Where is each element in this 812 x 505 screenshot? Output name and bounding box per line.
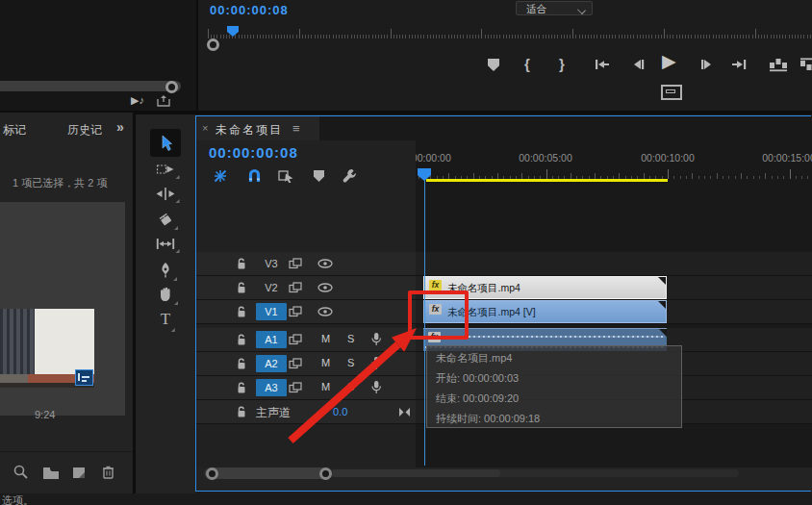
razor-tool[interactable] [158,213,173,227]
safe-margins-icon[interactable] [661,85,682,100]
eye-icon[interactable] [317,259,333,268]
lock-open-icon[interactable] [237,258,246,270]
eye-icon[interactable] [317,307,333,316]
panel-menu-icon[interactable]: ≡ [292,121,300,136]
render-bar-yellow [426,179,668,182]
trash-icon[interactable] [102,465,114,479]
panel-divider[interactable] [196,0,198,113]
tab-history[interactable]: 历史记 [67,122,102,139]
timeline-settings-wrench-icon[interactable] [342,167,358,184]
divider [0,451,133,452]
zoom-level-select[interactable]: 适合 [516,1,593,15]
zoom-handle-left[interactable] [206,467,218,480]
go-to-out-button[interactable] [731,59,747,70]
timeline-timecode[interactable]: 00:00:00:08 [209,144,298,161]
timeline-hscroll-extension[interactable] [332,469,500,477]
ruler-label: 00:00:05:00 [519,152,571,164]
tooltip-duration: 持续时间: 00:00:09:18 [436,409,672,429]
ruler-label: 00:00:00:00 [416,152,451,164]
project-panel: 标记 历史记 » 1 项已选择，共 2 项 9:24 [0,113,133,493]
search-icon[interactable] [13,465,28,479]
mark-in-button[interactable]: { [524,57,530,71]
status-text: 选项。 [2,494,34,505]
selection-arrow-icon [159,135,173,152]
lock-open-icon[interactable] [237,406,246,418]
selection-status: 1 项已选择，共 2 项 [13,176,107,190]
lock-open-icon[interactable] [237,358,246,370]
ripple-edit-tool[interactable] [157,188,175,200]
source-monitor-area: ▶♪ [0,0,196,113]
lock-open-icon[interactable] [237,282,246,294]
ruler-label: 00:00:15:00 [762,152,812,164]
track-target-v3[interactable]: V3 [256,255,287,272]
status-bar: 选项。 [0,493,812,505]
eye-icon[interactable] [317,283,333,292]
program-scroll-handle[interactable] [207,38,219,51]
lock-open-icon[interactable] [237,334,246,346]
timeline-hscroll-thumb[interactable] [205,467,332,479]
tooltip-start: 开始: 00:00:00:03 [436,368,672,389]
play-button[interactable]: ▶ [662,54,676,68]
tabs-overflow-icon[interactable]: » [116,119,124,135]
go-to-in-button[interactable] [595,59,610,70]
lock-open-icon[interactable] [237,306,246,318]
tooltip-title: 未命名项目.mp4 [436,348,672,368]
new-bin-folder-icon[interactable] [42,467,60,479]
program-timecode[interactable]: 00:00:00:08 [210,3,289,17]
premiere-pro-window: ▶♪ 00:00:00:08 适合 { } ▶ [0,0,812,505]
snap-magnet-icon[interactable] [246,167,263,184]
annotation-arrow [269,317,433,452]
lift-button[interactable] [769,58,788,72]
extract-button[interactable] [799,58,812,72]
insert-as-nest-icon[interactable] [213,168,228,184]
step-back-button[interactable] [632,59,645,70]
linked-selection-icon[interactable] [278,169,294,184]
tab-markers[interactable]: 标记 [3,122,26,139]
track-content-v3[interactable] [416,252,812,276]
ruler-label: 00:00:10:00 [641,152,694,164]
add-marker-button[interactable] [488,59,499,71]
chevron-down-icon [577,6,586,14]
zoom-handle-right[interactable] [319,467,332,480]
program-monitor-area: 00:00:00:08 适合 { } ▶ [198,0,812,113]
sync-lock-icon[interactable] [289,258,302,269]
selected-item-highlight[interactable]: 9:24 [0,202,125,416]
clip-tooltip: 未命名项目.mp4 开始: 00:00:00:03 结束: 00:00:09:2… [426,345,682,428]
hand-tool[interactable] [158,286,173,302]
play-audio-icon[interactable]: ▶♪ [131,94,144,107]
sync-lock-icon[interactable] [289,306,302,317]
pen-tool[interactable] [159,262,172,278]
program-mini-ruler[interactable] [206,25,812,38]
export-frame-icon[interactable] [156,94,171,107]
track-select-forward-tool[interactable] [157,163,175,176]
timeline-tab-title: 未命名项目 [216,122,283,139]
track-target-v2[interactable]: V2 [256,279,287,296]
track-header-v3: V3 [196,252,416,276]
timeline-tab[interactable]: × 未命名项目 ≡ [196,116,319,140]
step-forward-button[interactable] [700,59,713,70]
source-zoom-scrollbar[interactable] [0,81,181,91]
sequence-thumbnail[interactable] [0,309,94,388]
close-icon[interactable]: × [202,122,208,134]
source-zoom-handle[interactable] [165,81,178,93]
lock-open-icon[interactable] [237,382,246,394]
sequence-badge-icon [75,369,93,386]
mark-out-button[interactable]: } [559,57,565,71]
slip-tool[interactable] [157,238,175,250]
sync-lock-icon[interactable] [289,282,302,293]
type-tool[interactable]: T [161,310,170,329]
fx-badge: fx [429,280,442,290]
tooltip-end: 结束: 00:00:09:20 [436,389,672,409]
track-header-v2: V2 [196,276,416,300]
selection-tool[interactable] [150,129,181,157]
new-item-icon[interactable] [72,467,86,479]
zoom-level-value: 适合 [526,3,546,14]
timeline-ruler[interactable] [416,165,812,179]
clip-duration: 9:24 [35,409,55,420]
